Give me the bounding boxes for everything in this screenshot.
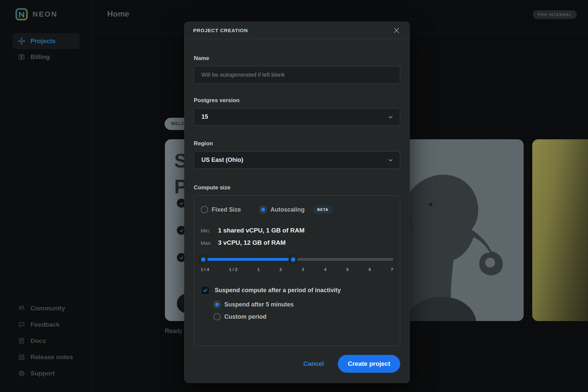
create-project-button[interactable]: Create project <box>338 355 400 373</box>
sidebar-item-label: Docs <box>31 337 46 345</box>
neon-logo[interactable]: NEON <box>15 8 58 21</box>
sidebar: NEON Projects Billing Communi <box>0 0 92 392</box>
modal-title: PROJECT CREATION <box>193 28 248 33</box>
release-notes-icon <box>18 354 25 361</box>
min-label: Min: <box>201 228 218 233</box>
suspend-checkbox-label: Suspend compute after a period of inacti… <box>215 287 341 294</box>
sidebar-item-label: Feedback <box>31 321 60 328</box>
compute-size-box: Fixed Size Autoscaling BETA Min: 1 share… <box>194 195 400 346</box>
sidebar-item-community[interactable]: Community <box>13 300 82 316</box>
compute-mode-options: Fixed Size Autoscaling BETA <box>201 206 393 214</box>
radio-ring <box>201 206 208 213</box>
sidebar-nav-top: Projects Billing <box>13 33 80 65</box>
sidebar-item-release-notes[interactable]: Release notes <box>13 349 82 365</box>
sidebar-item-billing[interactable]: Billing <box>13 49 80 65</box>
community-icon <box>18 305 25 312</box>
postgres-version-label: Postgres version <box>194 97 400 104</box>
support-icon <box>18 370 25 377</box>
sidebar-item-label: Community <box>31 305 65 312</box>
postgres-version-select[interactable]: 15 <box>194 108 400 126</box>
yellow-card[interactable] <box>532 139 588 321</box>
suspend-section: Suspend compute after a period of inacti… <box>201 286 393 320</box>
min-value: 1 shared vCPU, 1 GB of RAM <box>218 227 305 234</box>
sidebar-item-projects[interactable]: Projects <box>13 33 80 49</box>
cancel-button[interactable]: Cancel <box>303 360 324 367</box>
sidebar-item-support[interactable]: Support <box>13 365 82 381</box>
slider-handle-max[interactable] <box>289 255 297 264</box>
modal-footer: Cancel Create project <box>303 355 400 373</box>
compute-size-slider[interactable] <box>201 255 393 264</box>
custom-period-radio[interactable]: Custom period <box>213 313 393 320</box>
radio-ring <box>259 206 267 213</box>
sidebar-item-label: Projects <box>31 37 55 45</box>
custom-period-label: Custom period <box>224 313 266 320</box>
suspend-checkbox[interactable] <box>201 286 210 295</box>
project-creation-modal: PROJECT CREATION Name Postgres version 1… <box>184 22 410 383</box>
slider-fill <box>201 258 293 261</box>
pro-internal-badge: PRO INTERNAL <box>533 10 577 19</box>
projects-icon <box>18 37 25 45</box>
fixed-size-radio[interactable]: Fixed Size <box>201 206 241 213</box>
region-label: Region <box>194 140 400 147</box>
slider-ticks: 1 / 4 1 / 2 1 2 3 4 5 6 7 <box>201 267 393 272</box>
compute-minmax: Min: 1 shared vCPU, 1 GB of RAM Max: 3 v… <box>201 227 393 246</box>
close-icon[interactable] <box>392 26 401 35</box>
suspend-checkbox-row[interactable]: Suspend compute after a period of inacti… <box>201 286 393 295</box>
fixed-size-label: Fixed Size <box>212 206 241 213</box>
chevron-down-icon <box>387 157 394 165</box>
radio-ring <box>213 313 221 320</box>
region-select[interactable]: US East (Ohio) <box>194 151 400 169</box>
docs-icon <box>18 337 25 345</box>
neon-logo-icon <box>15 8 28 21</box>
suspend-5min-radio[interactable]: Suspend after 5 minutes <box>213 301 393 308</box>
brand-name: NEON <box>33 10 58 19</box>
billing-icon <box>18 53 25 61</box>
modal-body: Name Postgres version 15 Region US East … <box>184 39 409 346</box>
postgres-version-value: 15 <box>201 113 208 120</box>
project-name-input[interactable] <box>194 66 400 84</box>
autoscaling-label: Autoscaling <box>270 206 305 213</box>
page-title: Home <box>107 9 129 19</box>
feedback-icon <box>18 321 25 328</box>
max-label: Max: <box>201 240 218 246</box>
beta-badge: BETA <box>313 206 333 214</box>
sidebar-nav-bottom: Community Feedback Docs Release notes <box>13 300 82 381</box>
sidebar-item-label: Support <box>31 370 55 377</box>
sidebar-item-label: Release notes <box>31 354 73 361</box>
slider-handle-min[interactable] <box>199 255 207 264</box>
max-value: 3 vCPU, 12 GB of RAM <box>218 239 286 246</box>
compute-size-label: Compute size <box>194 184 400 191</box>
sidebar-item-label: Billing <box>31 53 50 61</box>
autoscaling-radio[interactable]: Autoscaling BETA <box>259 206 333 214</box>
suspend-options: Suspend after 5 minutes Custom period <box>213 301 393 320</box>
region-value: US East (Ohio) <box>201 157 243 163</box>
name-label: Name <box>194 55 400 62</box>
sidebar-item-feedback[interactable]: Feedback <box>13 316 82 333</box>
sidebar-item-docs[interactable]: Docs <box>13 333 82 349</box>
suspend-5min-label: Suspend after 5 minutes <box>224 301 294 308</box>
modal-header: PROJECT CREATION <box>184 22 409 39</box>
radio-ring <box>213 301 221 308</box>
chevron-down-icon <box>387 114 394 122</box>
